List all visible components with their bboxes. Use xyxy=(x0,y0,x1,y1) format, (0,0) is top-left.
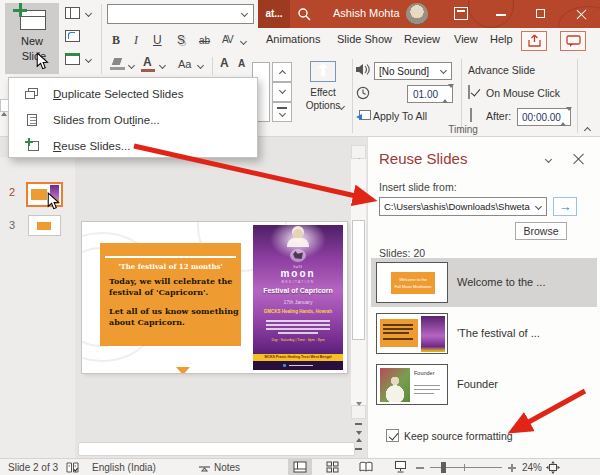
reuse-slide-item-3[interactable]: Founder Founder xyxy=(371,360,597,409)
slide-3-number: 3 xyxy=(9,219,15,231)
apply-to-all-button[interactable]: Apply To All xyxy=(373,110,427,122)
zoom-slider-thumb[interactable] xyxy=(441,462,446,473)
normal-view-button[interactable] xyxy=(288,459,312,475)
pane-close-icon[interactable] xyxy=(573,153,585,165)
poster-venue: GMCKS Healing Hands, Howrah xyxy=(253,309,343,314)
slide-source-path-combobox[interactable]: C:\Users\ashis\Downloads\Shweta Pr xyxy=(379,197,547,216)
on-mouse-click-checkbox[interactable] xyxy=(468,85,470,99)
spell-check-icon[interactable] xyxy=(66,461,79,474)
minimize-button[interactable] xyxy=(486,0,516,28)
chevron-down-icon xyxy=(278,87,285,94)
tab-slide-show[interactable]: Slide Show xyxy=(337,33,392,45)
comments-button[interactable] xyxy=(560,31,586,51)
spinner-arrows[interactable] xyxy=(442,88,450,99)
zoom-in-button-bar[interactable] xyxy=(511,464,513,472)
poster-title: Festival of Capricorn xyxy=(253,287,343,294)
effect-options-button[interactable]: Effect Options xyxy=(298,58,348,132)
scroll-up-button[interactable] xyxy=(351,145,366,159)
highlighter-icon[interactable] xyxy=(110,58,125,70)
slide-canvas[interactable]: 'The festival of 12 months' Today, we wi… xyxy=(82,222,347,373)
go-arrow-button[interactable]: → xyxy=(553,197,577,216)
zoom-percentage[interactable]: 24% xyxy=(522,462,542,473)
path-value: C:\Users\ashis\Downloads\Shweta Pr xyxy=(384,201,532,212)
maximize-button[interactable] xyxy=(526,0,556,28)
avatar[interactable] xyxy=(406,3,428,25)
font-color-bar xyxy=(141,69,155,72)
reset-slide-button[interactable] xyxy=(64,27,96,48)
layout-button[interactable] xyxy=(64,4,96,25)
change-case-button[interactable]: Aa xyxy=(178,58,191,70)
after-time-spinner[interactable]: 00:00.00 xyxy=(517,108,571,126)
bold-button[interactable]: B xyxy=(112,33,120,48)
duplicate-slides-icon xyxy=(25,88,39,100)
reuse-slides-pane: Reuse Slides Insert slide from: C:\Users… xyxy=(367,137,600,458)
close-button[interactable] xyxy=(566,0,596,28)
zoom-out-button[interactable] xyxy=(416,467,424,469)
spinner-arrows[interactable] xyxy=(560,111,568,122)
after-checkbox[interactable] xyxy=(470,108,472,122)
slide-poster-image[interactable]: full moon MEDITATION Festival of Caprico… xyxy=(253,225,343,370)
scrollbar-thumb[interactable] xyxy=(352,220,365,340)
chevron-down-icon xyxy=(278,110,285,117)
reuse-slide-item-2[interactable]: 'The festival of ... xyxy=(371,309,597,358)
sound-combobox[interactable]: [No Sound] xyxy=(374,62,452,80)
keep-source-formatting-checkbox[interactable] xyxy=(386,429,399,442)
text-shadow-button[interactable]: S xyxy=(177,33,185,47)
share-button[interactable] xyxy=(521,31,547,51)
scroll-down-button[interactable] xyxy=(351,405,366,419)
callout-body: Today, we will celebrate the festival of… xyxy=(109,276,239,328)
slide-show-button[interactable] xyxy=(388,459,412,475)
slide-3-thumbnail[interactable] xyxy=(28,215,61,236)
new-slide-button[interactable]: New Slide xyxy=(5,3,59,74)
reuse-slide-3-thumbnail: Founder xyxy=(376,364,448,405)
grow-font-button[interactable]: A xyxy=(220,56,229,70)
account-name[interactable]: Ashish Mohta xyxy=(333,7,400,19)
status-bar: Slide 2 of 3 English (India) Notes 24% xyxy=(0,458,600,475)
tab-review[interactable]: Review xyxy=(404,33,440,45)
slide-sorter-icon xyxy=(326,461,339,473)
pane-title: Reuse Slides xyxy=(379,150,467,167)
poster-date: 17th January xyxy=(253,299,343,305)
horizontal-scrollbar[interactable] xyxy=(78,442,355,456)
fit-to-window-icon[interactable] xyxy=(546,461,560,474)
minimize-icon xyxy=(496,14,506,16)
character-spacing-button[interactable]: AV xyxy=(222,34,233,45)
tab-view[interactable]: View xyxy=(454,33,478,45)
chevron-up-icon xyxy=(278,70,285,77)
notes-button[interactable]: Notes xyxy=(214,462,240,473)
reuse-slide-item-1[interactable]: Welcome to theFull Moon Meditation Welco… xyxy=(371,258,597,307)
layout-icon xyxy=(65,7,80,19)
gallery-scroll-up-button[interactable] xyxy=(272,62,292,82)
gallery-more-button[interactable] xyxy=(272,102,292,122)
strikethrough-button[interactable]: ab xyxy=(199,35,210,46)
shrink-font-button[interactable]: A xyxy=(238,58,245,69)
italic-button[interactable]: I xyxy=(134,33,138,48)
gallery-scroll-down-button[interactable] xyxy=(272,82,292,102)
search-icon[interactable] xyxy=(297,7,311,21)
font-name-combobox[interactable] xyxy=(107,4,254,24)
slide-callout-textbox[interactable]: 'The festival of 12 months' Today, we wi… xyxy=(100,243,241,346)
ribbon-display-options-icon[interactable] xyxy=(454,7,468,20)
reuse-slide-2-thumbnail xyxy=(376,313,448,354)
underline-button[interactable]: U xyxy=(153,33,162,47)
tab-animations[interactable]: Animations xyxy=(266,33,320,45)
reading-view-button[interactable] xyxy=(354,459,378,475)
menu-item-duplicate-slides[interactable]: Duplicate Selected Slides xyxy=(9,82,257,107)
font-color-button[interactable]: A xyxy=(143,55,152,69)
slide-show-icon xyxy=(394,460,407,473)
language-indicator[interactable]: English (India) xyxy=(92,462,156,473)
chevron-down-icon xyxy=(241,10,248,17)
slide-sorter-view-button[interactable] xyxy=(320,459,344,475)
menu-item-reuse-slides[interactable]: Reuse Slides... xyxy=(9,134,257,159)
tab-help[interactable]: Help xyxy=(490,33,513,45)
section-button[interactable] xyxy=(64,50,96,71)
reset-arrow-icon xyxy=(68,32,75,39)
menu-item-slides-from-outline[interactable]: Slides from Outline... xyxy=(9,108,257,133)
thumbnail-scroll-up-button[interactable] xyxy=(0,99,9,112)
slide-2-thumbnail[interactable] xyxy=(26,182,63,207)
reading-view-icon xyxy=(359,461,373,473)
duration-spinner[interactable]: 01.00 xyxy=(407,85,453,103)
effect-options-icon xyxy=(310,61,336,82)
browse-button[interactable]: Browse xyxy=(515,222,567,240)
pane-options-chevron-icon[interactable] xyxy=(545,156,552,163)
